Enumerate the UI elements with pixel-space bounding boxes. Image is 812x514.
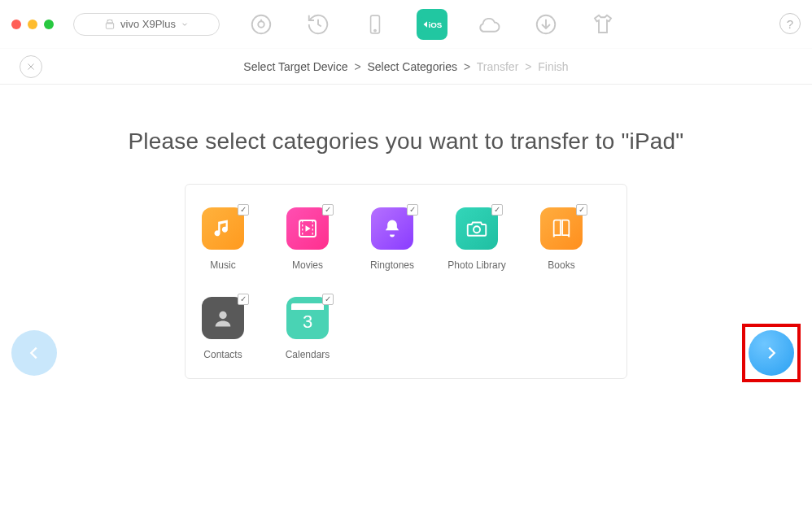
subheader: Select Target Device > Select Categories… <box>0 49 812 85</box>
movies-icon <box>295 216 320 241</box>
svg-rect-4 <box>371 15 380 33</box>
check-icon[interactable]: ✓ <box>238 204 249 216</box>
category-label: Photo Library <box>447 259 505 271</box>
breadcrumb-step-1: Select Target Device <box>243 60 347 73</box>
svg-point-17 <box>474 226 480 233</box>
toolbar-ios-button[interactable]: iOS <box>417 9 447 40</box>
tshirt-icon <box>591 12 615 37</box>
camera-icon <box>465 216 489 241</box>
toolbar-music-button[interactable] <box>246 9 277 40</box>
close-window-button[interactable] <box>11 20 21 29</box>
toolbar-history-button[interactable] <box>303 9 334 40</box>
toolbar-cloud-button[interactable] <box>474 9 504 40</box>
category-calendars[interactable]: 3 ✓ Calendars <box>286 297 329 360</box>
svg-point-18 <box>219 311 226 319</box>
music-tile: ✓ <box>202 207 244 250</box>
disc-icon <box>249 12 273 37</box>
category-label: Movies <box>292 259 323 271</box>
previous-button[interactable] <box>11 330 57 376</box>
close-icon <box>26 62 36 72</box>
device-selector[interactable]: vivo X9Plus <box>73 13 220 36</box>
close-button[interactable] <box>20 55 42 78</box>
svg-point-1 <box>111 20 111 21</box>
check-icon[interactable]: ✓ <box>407 204 418 216</box>
breadcrumb-step-2: Select Categories <box>367 60 457 73</box>
breadcrumb-step-3: Transfer <box>477 60 519 73</box>
toolbar-skin-button[interactable] <box>587 9 618 40</box>
books-tile: ✓ <box>540 207 583 250</box>
main-area: Please select categories you want to tra… <box>0 85 812 379</box>
category-music[interactable]: ✓ Music <box>202 207 244 271</box>
check-icon[interactable]: ✓ <box>322 294 334 305</box>
music-icon <box>212 217 234 240</box>
bell-icon <box>381 217 404 240</box>
category-grid: ✓ Music ✓ Movies ✓ Ringtones <box>202 207 610 360</box>
book-icon <box>550 217 573 240</box>
photo-tile: ✓ <box>456 207 498 250</box>
svg-point-2 <box>252 15 271 33</box>
chevron-down-icon <box>181 20 189 28</box>
help-button[interactable]: ? <box>779 13 801 34</box>
android-icon <box>104 19 116 30</box>
zoom-window-button[interactable] <box>44 20 54 29</box>
history-icon <box>306 12 330 37</box>
toolbar: iOS <box>246 9 618 40</box>
category-movies[interactable]: ✓ Movies <box>286 207 329 271</box>
device-name: vivo X9Plus <box>120 18 176 30</box>
check-icon[interactable]: ✓ <box>491 204 503 216</box>
category-label: Ringtones <box>370 259 414 271</box>
svg-point-0 <box>108 20 109 21</box>
category-label: Contacts <box>203 349 242 360</box>
category-panel: ✓ Music ✓ Movies ✓ Ringtones <box>185 184 627 379</box>
minimize-window-button[interactable] <box>28 20 37 29</box>
calendar-day: 3 <box>303 311 312 333</box>
svg-point-3 <box>258 21 264 28</box>
category-contacts[interactable]: ✓ Contacts <box>202 297 244 360</box>
toolbar-phone-button[interactable] <box>360 9 391 40</box>
page-title: Please select categories you want to tra… <box>0 128 812 155</box>
window-controls <box>11 20 54 29</box>
category-photo-library[interactable]: ✓ Photo Library <box>456 207 498 271</box>
category-books[interactable]: ✓ Books <box>540 207 583 271</box>
category-label: Calendars <box>286 349 330 360</box>
calendars-tile: 3 ✓ <box>286 297 329 339</box>
person-icon <box>212 307 234 329</box>
cloud-icon <box>476 12 502 37</box>
check-icon[interactable]: ✓ <box>322 204 334 216</box>
titlebar: vivo X9Plus iOS ? <box>0 0 812 49</box>
toolbar-download-button[interactable] <box>530 9 561 40</box>
annotation-highlight <box>742 324 801 382</box>
breadcrumb-step-4: Finish <box>538 60 568 73</box>
category-label: Music <box>210 259 235 271</box>
check-icon[interactable]: ✓ <box>576 204 587 216</box>
svg-point-5 <box>374 29 376 31</box>
help-icon: ? <box>787 17 793 31</box>
category-label: Books <box>548 259 574 271</box>
contacts-tile: ✓ <box>202 297 244 339</box>
svg-marker-16 <box>306 225 311 232</box>
chevron-left-icon <box>25 344 43 362</box>
category-ringtones[interactable]: ✓ Ringtones <box>371 207 413 271</box>
svg-text:iOS: iOS <box>429 20 443 28</box>
check-icon[interactable]: ✓ <box>238 294 249 305</box>
ios-icon: iOS <box>420 15 444 33</box>
phone-icon <box>365 12 386 37</box>
ringtones-tile: ✓ <box>371 207 413 250</box>
download-icon <box>534 12 558 37</box>
breadcrumb: Select Target Device > Select Categories… <box>243 60 568 73</box>
movies-tile: ✓ <box>286 207 329 250</box>
